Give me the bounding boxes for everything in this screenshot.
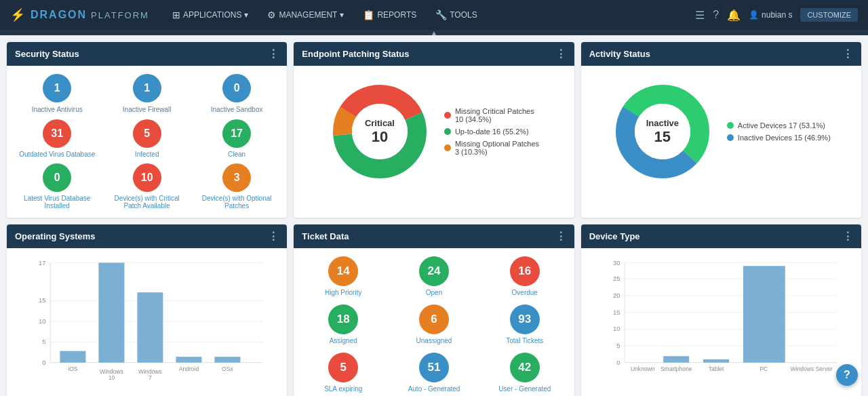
sla-badge[interactable]: 5 <box>328 353 358 382</box>
svg-text:Unknown: Unknown <box>631 365 655 372</box>
sla-link[interactable]: SLA expiring <box>324 385 362 393</box>
svg-text:Windows: Windows <box>138 368 162 375</box>
open-badge[interactable]: 24 <box>419 256 449 286</box>
user-generated-link[interactable]: User - Generated <box>498 385 551 393</box>
clean-link[interactable]: Clean <box>228 151 245 158</box>
unassigned-badge[interactable]: 6 <box>419 304 449 334</box>
activity-donut: Inactive 15 <box>612 81 713 182</box>
bar-pc <box>743 266 785 363</box>
card-menu-icon[interactable]: ⋮ <box>268 47 279 60</box>
svg-text:20: 20 <box>613 292 620 299</box>
sandbox-badge[interactable]: 0 <box>222 74 251 102</box>
overdue-badge[interactable]: 16 <box>510 256 540 286</box>
list-icon[interactable]: ☰ <box>695 9 705 22</box>
user-info[interactable]: 👤 nubian s <box>749 10 792 20</box>
security-inactive-sandbox: 0 Inactive Sandbox <box>195 74 279 114</box>
total-tickets-link[interactable]: Total Tickets <box>506 337 543 344</box>
help-button[interactable]: ? <box>836 364 858 386</box>
svg-text:Smartphone: Smartphone <box>660 365 692 372</box>
security-status-card: Security Status ⋮ 1 Inactive Antivirus 1… <box>7 42 287 218</box>
nav-applications[interactable]: ⊞ APPLICATIONS ▾ <box>170 9 251 20</box>
outdated-virus-badge[interactable]: 31 <box>43 119 71 148</box>
auto-generated-badge[interactable]: 51 <box>419 353 449 382</box>
unassigned-link[interactable]: Unassigned <box>416 337 452 344</box>
card-menu-icon[interactable]: ⋮ <box>555 230 566 243</box>
security-latest-virus: 0 Latest Virus Database Installed <box>15 163 99 210</box>
card-menu-icon[interactable]: ⋮ <box>842 47 853 60</box>
ticket-grid: 14 High Priority 24 Open 16 Overdue 18 A… <box>302 256 566 393</box>
legend-dot <box>444 112 451 119</box>
svg-text:10: 10 <box>613 325 620 332</box>
brand-platform: PLATFORM <box>91 10 149 20</box>
assigned-badge[interactable]: 18 <box>328 304 358 334</box>
security-status-body: 1 Inactive Antivirus 1 Inactive Firewall… <box>7 66 287 218</box>
legend-dot <box>444 128 451 135</box>
infected-link[interactable]: Infected <box>135 151 159 158</box>
auto-generated-link[interactable]: Auto - Generated <box>408 385 460 393</box>
ticket-data-body: 14 High Priority 24 Open 16 Overdue 18 A… <box>294 248 574 396</box>
nav-reports[interactable]: 📋 REPORTS <box>360 9 419 20</box>
brand-dragon: DRAGON <box>31 9 87 21</box>
operating-systems-card: Operating Systems ⋮ 0 5 10 15 17 iOS <box>7 224 287 396</box>
svg-text:OSx: OSx <box>222 365 233 372</box>
card-menu-icon[interactable]: ⋮ <box>842 230 853 243</box>
customize-button[interactable]: CUSTOMIZE <box>800 8 858 22</box>
latest-virus-badge[interactable]: 0 <box>43 163 71 192</box>
user-generated-badge[interactable]: 42 <box>510 353 540 382</box>
svg-text:PC: PC <box>760 365 768 372</box>
critical-patch-badge[interactable]: 10 <box>133 163 161 192</box>
ticket-overdue: 16 Overdue <box>484 256 566 296</box>
legend-missing-optional: Missing Optional Patches3 (10.3%) <box>444 140 539 156</box>
endpoint-legend: Missing Critical Patches10 (34.5%) Up-to… <box>444 107 539 156</box>
nav-menu: ⊞ APPLICATIONS ▾ ⚙ MANAGEMENT ▾ 📋 REPORT… <box>170 9 695 20</box>
card-menu-icon[interactable]: ⋮ <box>555 47 566 60</box>
collapse-arrow[interactable]: ▲ <box>431 29 437 37</box>
bell-icon[interactable]: 🔔 <box>727 9 741 22</box>
outdated-virus-link[interactable]: Outdated Virus Database <box>19 151 95 158</box>
grid-icon: ⊞ <box>172 9 180 20</box>
endpoint-donut-svg <box>329 81 431 182</box>
tools-icon: 🔧 <box>435 9 447 20</box>
svg-text:Tablet: Tablet <box>708 365 724 372</box>
legend-dot <box>727 134 734 141</box>
high-priority-badge[interactable]: 14 <box>328 256 358 286</box>
latest-virus-link[interactable]: Latest Virus Database Installed <box>15 195 99 210</box>
subbar: ▲ <box>0 30 868 35</box>
open-link[interactable]: Open <box>426 289 442 296</box>
nav-management[interactable]: ⚙ MANAGEMENT ▾ <box>264 9 347 20</box>
dashboard: Security Status ⋮ 1 Inactive Antivirus 1… <box>0 35 868 396</box>
infected-badge[interactable]: 5 <box>133 119 161 148</box>
device-type-card: Device Type ⋮ 0 5 10 15 20 25 30 <box>581 224 861 396</box>
security-status-header: Security Status ⋮ <box>7 42 287 66</box>
legend-inactive-devices: Inactive Devices 15 (46.9%) <box>727 134 831 142</box>
bar-osx <box>214 357 240 363</box>
overdue-link[interactable]: Overdue <box>512 289 538 296</box>
assigned-link[interactable]: Assigned <box>330 337 357 344</box>
operating-systems-body: 0 5 10 15 17 iOS Windows 10 Windows 7 A <box>7 248 287 395</box>
high-priority-link[interactable]: High Priority <box>325 289 361 296</box>
bar-tablet <box>703 359 729 363</box>
svg-text:Android: Android <box>179 365 199 372</box>
antivirus-badge[interactable]: 1 <box>43 74 71 102</box>
ticket-assigned: 18 Assigned <box>302 304 384 344</box>
nav-tools[interactable]: 🔧 TOOLS <box>433 9 479 20</box>
clean-badge[interactable]: 17 <box>222 119 251 148</box>
ticket-open: 24 Open <box>393 256 475 296</box>
legend-missing-critical: Missing Critical Patches10 (34.5%) <box>444 107 539 123</box>
legend-active-devices: Active Devices 17 (53.1%) <box>727 121 831 130</box>
ticket-sla: 5 SLA expiring <box>302 353 384 393</box>
critical-patch-link[interactable]: Device(s) with Critical Patch Available <box>104 195 189 210</box>
device-bar-chart-svg: 0 5 10 15 20 25 30 Unknown Smartphone Ta… <box>589 256 853 385</box>
card-menu-icon[interactable]: ⋮ <box>268 230 279 243</box>
firewall-badge[interactable]: 1 <box>133 74 161 102</box>
svg-text:Windows Server: Windows Server <box>790 365 832 372</box>
bar-ios <box>60 351 85 363</box>
security-inactive-firewall: 1 Inactive Firewall <box>104 74 189 114</box>
svg-point-3 <box>352 104 408 159</box>
svg-text:17: 17 <box>39 259 46 266</box>
optional-patches-link[interactable]: Device(s) with Optional Patches <box>195 195 279 210</box>
optional-patches-badge[interactable]: 3 <box>222 163 251 192</box>
bar-android <box>176 357 201 363</box>
help-icon[interactable]: ? <box>713 9 719 21</box>
total-tickets-badge[interactable]: 93 <box>510 304 540 334</box>
